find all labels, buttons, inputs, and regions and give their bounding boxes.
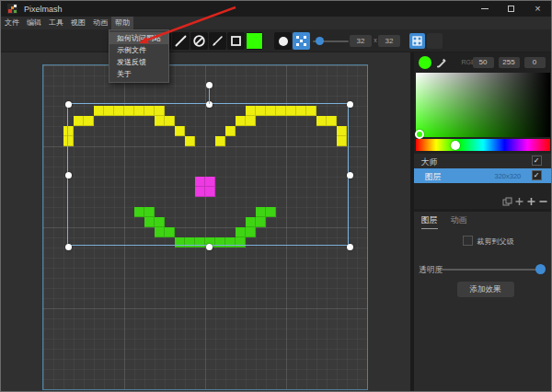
maximize-icon — [508, 6, 514, 12]
round-brush-icon — [279, 37, 288, 46]
eyedropper-icon[interactable] — [435, 56, 448, 69]
duplicate-layer-button[interactable] — [502, 197, 512, 206]
grid-icon — [409, 33, 425, 49]
dropdown-item-0[interactable]: 如何访问网站 — [109, 32, 168, 44]
selection-handle[interactable] — [65, 244, 72, 250]
rectangle-icon — [227, 32, 245, 50]
close-icon: × — [535, 4, 540, 14]
color-swatch-green — [247, 33, 262, 49]
menu-item-1[interactable]: 编辑 — [23, 17, 45, 29]
sv-picker-handle[interactable] — [415, 130, 424, 139]
hue-slider[interactable] — [416, 139, 550, 151]
app-icon — [7, 4, 17, 14]
add-effect-button[interactable]: 添加效果 — [457, 282, 514, 297]
pen-icon — [209, 32, 226, 50]
menu-item-4[interactable]: 动画 — [89, 17, 111, 29]
menu-item-2[interactable]: 工具 — [45, 17, 67, 29]
canvas-width-field[interactable]: 32 — [350, 35, 372, 47]
layer-label: 图层 — [425, 171, 442, 183]
green-value-field[interactable]: 255 — [499, 57, 520, 68]
dropdown-item-1[interactable]: 示例文件 — [109, 44, 168, 56]
eraser-icon — [190, 32, 208, 50]
menu-item-5[interactable]: 帮助 — [111, 17, 133, 29]
minimize-icon — [481, 8, 489, 9]
eraser-tool-button[interactable] — [190, 32, 208, 50]
section-divider — [414, 209, 552, 212]
color-picker-section: RGB: 50 255 0 — [414, 52, 552, 154]
menu-item-0[interactable]: 文件 — [1, 17, 23, 29]
right-panel: RGB: 50 255 0 大师 ✓ 图层 320x320 ✓ — [414, 52, 552, 392]
red-value-field[interactable]: 50 — [473, 57, 494, 68]
selection-box[interactable] — [67, 103, 349, 246]
rectangle-tool-button[interactable] — [227, 32, 245, 50]
selection-handle[interactable] — [347, 101, 353, 108]
selection-handle[interactable] — [206, 244, 213, 250]
window-title: Pixelmash — [24, 5, 63, 14]
master-visibility-checkbox[interactable]: ✓ — [532, 156, 542, 166]
tab-animation[interactable]: 动画 — [451, 214, 467, 228]
layer-row-selected[interactable]: 图层 320x320 ✓ — [414, 168, 552, 183]
selection-handle[interactable] — [347, 244, 353, 250]
clip-to-parent-label: 裁剪到父级 — [477, 236, 514, 247]
line-icon — [172, 32, 190, 50]
opacity-slider-handle[interactable] — [535, 264, 546, 274]
maximize-button[interactable] — [498, 1, 524, 17]
tab-layer[interactable]: 图层 — [421, 214, 438, 229]
menu-bar: 文件编辑工具视图动画帮助 — [1, 17, 551, 29]
master-layer-label: 大师 — [421, 156, 438, 168]
brush-size-slider-handle[interactable] — [316, 37, 324, 45]
remove-layer-button[interactable] — [538, 197, 548, 206]
view-option-button[interactable] — [427, 33, 443, 49]
round-brush-button[interactable] — [274, 32, 292, 50]
title-bar: Pixelmash × — [1, 1, 551, 17]
close-button[interactable]: × — [524, 1, 551, 17]
line-tool-button[interactable] — [172, 32, 190, 50]
layer-row-master[interactable]: 大师 ✓ — [414, 154, 552, 168]
selection-handle[interactable] — [65, 172, 72, 179]
opacity-label: 透明度 — [420, 265, 443, 276]
saturation-value-picker[interactable] — [416, 73, 550, 137]
opacity-slider[interactable] — [442, 269, 541, 271]
selection-handle[interactable] — [347, 172, 353, 179]
toolbar: 32 x 32 — [1, 29, 551, 52]
dropdown-item-2[interactable]: 发送反馈 — [109, 56, 168, 68]
editor-area — [1, 52, 410, 392]
blue-value-field[interactable]: 0 — [524, 57, 546, 68]
app-window: Pixelmash × 文件编辑工具视图动画帮助 — [0, 0, 552, 392]
menu-item-3[interactable]: 视图 — [67, 17, 89, 29]
clip-to-parent-checkbox[interactable] — [463, 236, 473, 246]
minimize-button[interactable] — [471, 1, 498, 17]
current-color-circle[interactable] — [419, 56, 431, 69]
selection-handle[interactable] — [65, 101, 72, 108]
pixel-canvas[interactable] — [43, 65, 367, 389]
grid-toggle-button[interactable] — [409, 33, 425, 49]
dither-brush-button[interactable] — [293, 32, 310, 50]
canvas-height-field[interactable]: 32 — [378, 35, 400, 47]
pen-tool-button[interactable] — [209, 32, 226, 50]
add-layer-button[interactable] — [526, 197, 536, 206]
current-color-swatch[interactable] — [246, 32, 263, 50]
rotate-handle[interactable] — [206, 82, 213, 88]
dither-pattern-icon — [293, 32, 310, 50]
move-layer-button[interactable] — [514, 197, 524, 206]
dropdown-item-3[interactable]: 关于 — [109, 68, 168, 80]
layer-size-text: 320x320 — [495, 172, 522, 180]
layer-visibility-checkbox[interactable]: ✓ — [532, 170, 542, 180]
help-dropdown-menu: 如何访问网站示例文件发送反馈关于 — [109, 29, 169, 83]
